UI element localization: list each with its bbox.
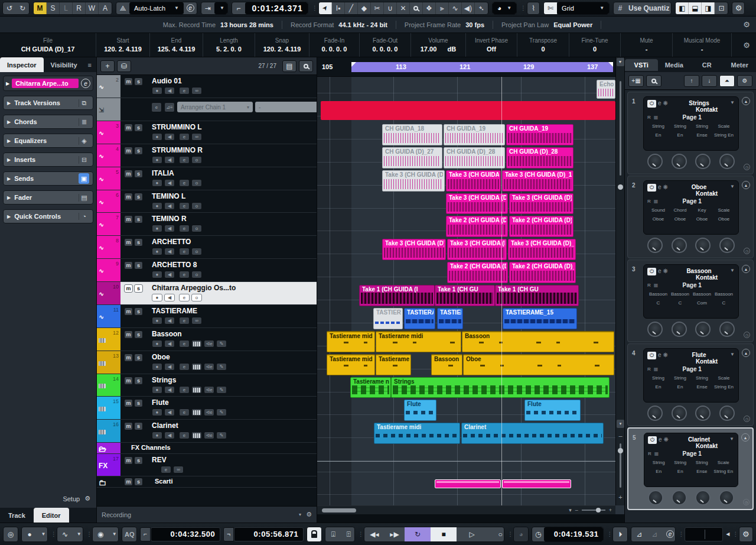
marker-flag-icon[interactable]: ⌐ (232, 2, 245, 15)
record-enable-icon[interactable]: ● (152, 340, 162, 348)
quick-control-knob[interactable] (695, 322, 711, 337)
clip-thinmag[interactable] (502, 479, 571, 488)
footer-dropdown-icon[interactable]: ▾ (299, 512, 301, 517)
toolbar-setup-gear-icon[interactable]: ⚙ (732, 2, 745, 15)
record-enable-icon[interactable]: ● (152, 225, 162, 232)
record-enable-icon[interactable]: ● (152, 202, 162, 210)
solo-button[interactable]: s (134, 399, 143, 407)
tab-vsti[interactable]: VSTi (625, 59, 658, 71)
clip-bassoon[interactable]: Bassoon (431, 354, 462, 375)
record-enable-icon[interactable]: ● (152, 156, 162, 164)
midi-input-icon[interactable]: ⊲e (204, 363, 214, 371)
clip-take-3-ch-guida-d-[interactable]: Take 3 (CH GUIDA (D) (447, 239, 507, 260)
edit-channel-icon[interactable]: e (179, 87, 190, 95)
instrument-power-icon[interactable]: ⏻ (647, 352, 656, 359)
arranger-list-icon[interactable]: ⊿≡ (164, 102, 175, 112)
mute-button[interactable]: m (124, 307, 133, 316)
info-cell-file[interactable]: FileCH GUIDA (D)_17 (0, 33, 96, 57)
quick-control-knob[interactable] (695, 405, 711, 421)
monitor-icon[interactable]: ◀ (164, 317, 175, 325)
read-automation-icon[interactable]: R (647, 115, 651, 120)
instrument-freeze-icon[interactable]: ❋ (663, 352, 668, 358)
zoom-preset-h-icon[interactable]: ▾ (569, 507, 572, 513)
solo-button[interactable]: s (134, 170, 143, 178)
solo-button[interactable]: s (134, 147, 143, 155)
info-cell-musical-mode[interactable]: Musical Mode- (673, 33, 732, 57)
inspector-section-sends[interactable]: ▶Sends▣ (3, 171, 93, 186)
instrument-rack-oboe[interactable]: 2⏻e❋OboeKontakt▼R▦Page 1SoundChordKeySca… (627, 176, 754, 258)
drum-map-pencil-icon[interactable]: ✎ (216, 340, 227, 348)
clip-take-2-ch-guida-d-[interactable]: Take 2 (CH GUIDA (D)_ (509, 262, 576, 283)
clip-take-1-ch-guida-i[interactable]: Take 1 (CH GUIDA (I (359, 285, 435, 306)
instrument-edit-icon[interactable]: e (658, 100, 662, 106)
track-row-italia[interactable]: ∿5msITALIA●◀eo (97, 167, 317, 190)
mute-button[interactable]: m (124, 261, 133, 270)
edit-channel-icon[interactable]: e (179, 408, 190, 416)
solo-button[interactable]: s (134, 330, 143, 339)
play-button[interactable]: ▷ (457, 527, 487, 542)
scroll-down-icon[interactable]: ▼ (617, 58, 624, 66)
audio-record-mode-icon[interactable]: ∿ (57, 527, 73, 542)
mute-button[interactable]: m (124, 124, 133, 132)
clip-red[interactable] (321, 101, 615, 120)
inspector-section-fader[interactable]: ▶Fader▤ (3, 190, 93, 205)
inspector-setup-gear-icon[interactable]: ⚙ (84, 495, 90, 502)
instrument-edit-icon[interactable]: e (658, 352, 662, 358)
info-cell-volume[interactable]: Volume17.00 dB (411, 33, 466, 57)
punch-in-icon[interactable]: ⍗ (325, 527, 341, 542)
midi-record-mode-dropdown[interactable]: ▼ (108, 527, 118, 542)
clip-take-1-ch-gu[interactable]: Take 1 (CH GU (495, 285, 579, 306)
quick-control-knob[interactable] (719, 405, 735, 421)
rack-output-icon[interactable]: ◷ (744, 248, 750, 254)
audio-record-mode-dropdown[interactable]: ▼ (73, 527, 83, 542)
edit-arranger-icon[interactable]: e (151, 102, 162, 112)
clip-ch-guida-d-27[interactable]: CH GUIDA (D)_27 (382, 147, 442, 168)
metronome-click-icon[interactable]: ⊿ (631, 527, 647, 542)
track-row-audio-01[interactable]: ∿2msAudio 01●◀e∞ (97, 75, 317, 98)
instrument-edit-icon[interactable]: e (658, 268, 662, 274)
clip-ch-guida-18[interactable]: CH GUIDA_18 (382, 124, 442, 145)
clip-strings[interactable]: Strings (391, 377, 610, 398)
sends-icon[interactable]: ▣ (79, 173, 89, 184)
solo-button[interactable]: s (134, 284, 143, 293)
vertical-scroll-thumb[interactable] (620, 81, 621, 176)
automation-settings-icon[interactable]: e (184, 2, 197, 15)
clip-ch-guida-d-28[interactable]: CH GUIDA (D)_28 (506, 147, 573, 168)
clip-take-2-ch-guida-d-[interactable]: Take 2 (CH GUIDA (D) (509, 216, 573, 237)
rack-collapse-icon[interactable]: ⏶ (719, 75, 735, 87)
tab-cr[interactable]: CR (690, 59, 724, 71)
solo-button[interactable]: s (134, 307, 143, 316)
vertical-scrollbar[interactable]: ▼ ▾ – + (615, 57, 624, 505)
instrument-dropdown-icon[interactable]: ▼ (730, 184, 735, 189)
track-row-archetto[interactable]: ∿8msARCHETTO●◀eo (97, 236, 317, 259)
edit-channel-icon[interactable]: e (179, 225, 190, 232)
link-channel-icon[interactable]: ∞ (191, 87, 202, 95)
object-selection-tool[interactable]: ➤ (319, 2, 332, 15)
right-locator-time[interactable]: 0:05:56.871 (234, 527, 304, 541)
track-row-flute[interactable]: 15msFlute●◀e⊲e✎ (97, 397, 317, 420)
secondary-time-display[interactable]: 0:01:24.371 (245, 2, 308, 14)
inspector-menu-icon[interactable]: ≡ (88, 57, 96, 72)
inserts-icon[interactable]: ⊟ (79, 156, 89, 164)
clip-take-3-ch-guida-d[interactable]: Take 3 (CH GUIDA (D (382, 170, 445, 192)
automation-panel-button[interactable]: A (99, 2, 112, 15)
quick-control-knob[interactable] (719, 154, 735, 169)
solo-button[interactable]: s (134, 353, 143, 362)
link-channel-icon[interactable]: o (191, 294, 202, 301)
rack-output-icon[interactable]: ◷ (744, 164, 750, 170)
rack-output-icon[interactable]: ◷ (744, 332, 750, 338)
quick-control-knob[interactable] (695, 490, 711, 505)
next-instrument-icon[interactable]: ↓ (702, 75, 717, 87)
info-line-gear-icon[interactable]: ⚙ (732, 33, 756, 57)
inspector-setup-label[interactable]: Setup (63, 495, 80, 502)
redo-icon[interactable]: ↻ (16, 2, 29, 15)
clip-echoe[interactable]: Echoe (597, 80, 615, 99)
inspector-track-header[interactable]: ▶ Chitarra Arpe...to e (3, 76, 93, 91)
inspector-track-name[interactable]: Chitarra Arpe...to (12, 79, 79, 88)
edit-channel-icon[interactable]: e (179, 133, 190, 141)
record-enable-icon[interactable]: ● (152, 432, 162, 439)
input-keys-icon[interactable] (191, 386, 202, 394)
monitor-icon[interactable]: ◀ (164, 202, 175, 210)
automation-mode-dropdown[interactable]: Auto-Latch▼ (129, 2, 184, 14)
drum-map-pencil-icon[interactable]: ✎ (216, 408, 227, 416)
